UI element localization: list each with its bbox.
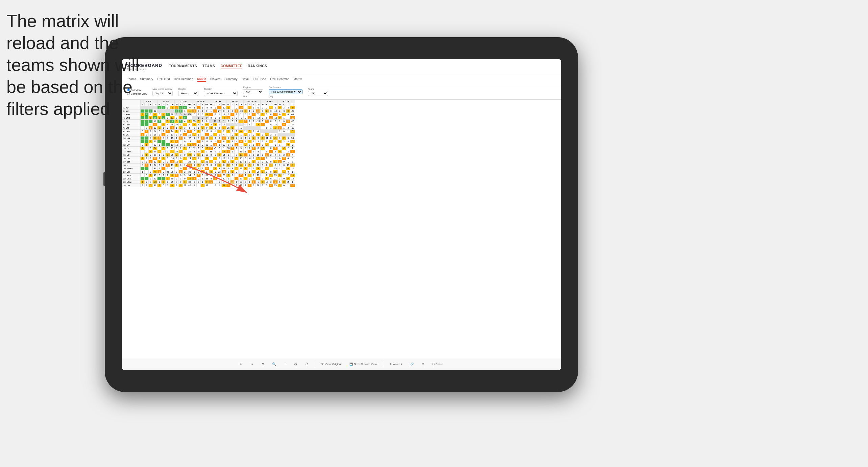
matrix-cell [248,174,252,177]
matrix-cell: 0 [282,120,286,123]
max-teams-select[interactable]: Top 25 Top 50 [152,91,173,96]
matrix-cell: 8 [221,140,226,143]
view-original-button[interactable]: 👁 View: Original [319,362,343,367]
matrix-cell: 0 [235,167,239,170]
nav-rankings[interactable]: RANKINGS [248,64,267,69]
matrix-cell: 0 [278,140,282,143]
reset-button[interactable]: ⟲ [259,361,266,367]
matrix-cell: 2 [235,184,239,187]
matrix-cell: 25 [204,164,209,167]
matrix-area[interactable]: 3. ASU 10. UW 11. UA 22. UCB 24. UO 27. … [122,100,561,358]
tab-matrix-1[interactable]: Matrix [197,76,207,82]
matrix-cell: 1 [175,126,179,130]
matrix-cell: 13 [170,133,174,137]
nav-committee[interactable]: COMMITTEE [221,64,243,69]
matrix-cell: 1 [209,143,213,147]
matrix-cell: 14 [221,150,226,153]
redo-button[interactable]: ↪ [248,361,255,367]
tab-summary-2[interactable]: Summary [224,77,238,81]
matrix-cell: 0 [200,130,204,133]
region-select[interactable]: N/A [243,89,263,94]
matrix-cell: 0 [278,157,282,160]
matrix-cell: 0 [204,180,209,184]
team-select[interactable]: (All) [308,91,328,96]
tab-players[interactable]: Players [210,77,220,81]
matrix-cell: 2 [226,143,230,147]
matrix-cell: 0 [183,177,187,180]
tab-h2h-grid-2[interactable]: H2H Grid [254,77,266,81]
matrix-cell: 2 [282,113,286,116]
zoom-in-button[interactable]: + [282,362,288,367]
matrix-cell: 2 [213,167,217,170]
matrix-cell: 1 [183,143,187,147]
link-button[interactable]: 🔗 [408,362,416,367]
matrix-cell: 0 [269,184,273,187]
matrix-cell [282,167,286,170]
tab-h2h-heatmap-1[interactable]: H2H Heatmap [174,77,193,81]
matrix-cell: 0 [183,137,187,140]
zoom-out-button[interactable]: 🔍 [270,361,278,367]
matrix-cell: 0 [192,109,196,113]
settings-button[interactable]: ⚙ [292,361,299,367]
matrix-cell: 1 [235,109,239,113]
tab-h2h-heatmap-2[interactable]: H2H Heatmap [270,77,289,81]
matrix-cell: 3 [243,143,247,147]
nav-tournaments[interactable]: TOURNAMENTS [169,64,197,69]
matrix-cell: 0 [269,120,273,123]
grid-button[interactable]: ⊞ [420,362,426,367]
matrix-cell: 5 [273,150,278,153]
gender-select[interactable]: Men's Women's [178,91,198,96]
matrix-cell: 1 [273,143,278,147]
tab-summary-1[interactable]: Summary [140,77,153,81]
matrix-cell [145,170,149,174]
table-row: 21. ETSU01400120103342303130128012510220… [122,174,295,177]
matrix-cell: 1 [175,137,179,140]
matrix-cell: 5 [179,113,183,116]
matrix-cell: 1 [290,180,295,184]
matrix-cell: 1 [213,130,217,133]
conference-select[interactable]: Pac-12 Conference ▾ (All) [269,89,303,94]
matrix-cell: 24 [221,167,226,170]
matrix-cell [252,123,256,126]
matrix-cell: 1 [175,174,179,177]
matrix-cell: 0 [269,160,273,164]
tab-matrix-2[interactable]: Matrix [293,77,302,81]
matrix-cell: 2 [196,170,200,174]
matrix-cell: 1 [231,160,235,164]
matrix-cell: 0 [192,143,196,147]
matrix-cell [278,147,282,150]
matrix-cell: 0 [179,167,183,170]
matrix-cell: 1 [248,170,252,174]
matrix-cell: 2 [166,174,170,177]
matrix-cell: 1 [145,130,149,133]
region-filter: Region N/A N/A [243,86,263,98]
gender-label: Gender [178,88,198,90]
matrix-cell [145,120,149,123]
table-row: 15. UF0122812325230223011901016101301100… [122,153,295,157]
tab-h2h-grid-1[interactable]: H2H Grid [157,77,170,81]
save-view-button[interactable]: 💾 Save Custom View [347,362,379,367]
matrix-cell: 1 [166,137,170,140]
nav-teams[interactable]: TEAMS [202,64,215,69]
matrix-cell: 40 [187,184,192,187]
matrix-cell: 1 [235,164,239,167]
division-select[interactable]: NCAA Division I NCAA Division II [204,91,238,96]
matrix-cell: 0 [243,147,247,150]
share-button[interactable]: ⬡ Share [430,362,445,367]
matrix-cell: 1 [243,160,247,164]
matrix-cell: 0 [282,130,286,133]
tab-detail[interactable]: Detail [242,77,249,81]
matrix-cell [192,140,196,143]
matrix-cell: 17 [239,160,243,164]
matrix-cell: 0 [192,130,196,133]
matrix-cell: 1 [273,180,278,184]
matrix-cell: 3 [162,133,166,137]
matrix-cell: 0 [162,170,166,174]
matrix-cell: 0 [248,153,252,157]
matrix-cell: 22 [256,174,261,177]
watch-button[interactable]: ⊕ Watch ▾ [387,362,405,367]
matrix-cell: 0 [239,130,243,133]
timer-button[interactable]: ⏱ [303,361,311,367]
undo-button[interactable]: ↩ [238,361,244,367]
col-uo-header: 24. UO [209,100,226,103]
